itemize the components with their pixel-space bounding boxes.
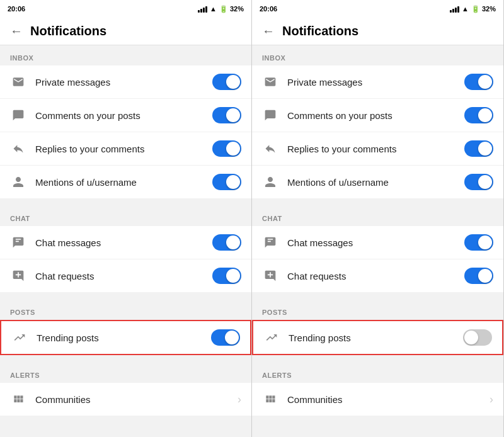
settings-item-comments-on-posts[interactable]: Comments on your posts: [252, 99, 503, 132]
settings-content: INBOXPrivate messagesComments on your po…: [252, 45, 503, 437]
toggle-mentions[interactable]: [464, 174, 493, 190]
item-label-mentions: Mentions of u/username: [287, 177, 464, 188]
page-title: Notifications: [282, 24, 358, 38]
toggle-trending-posts[interactable]: [463, 329, 492, 346]
trending-icon: [263, 329, 280, 346]
settings-group-chat: Chat messagesChat requests: [252, 226, 503, 292]
settings-group-posts: Trending posts: [0, 320, 251, 355]
status-time: 20:06: [8, 5, 25, 13]
trending-icon: [11, 329, 28, 346]
toggle-replies-to-comments[interactable]: [464, 140, 493, 157]
item-label-private-messages: Private messages: [287, 77, 464, 88]
settings-group-inbox: Private messagesComments on your postsRe…: [0, 65, 251, 198]
settings-item-trending-posts[interactable]: Trending posts: [252, 320, 503, 355]
person-icon: [262, 174, 278, 190]
wifi-icon: ▲: [210, 5, 217, 13]
toggle-chat-messages[interactable]: [212, 234, 241, 251]
item-label-comments-on-posts: Comments on your posts: [287, 110, 464, 121]
section-header-posts: POSTS: [252, 300, 503, 320]
settings-group-alerts: Communities›: [0, 383, 251, 416]
toggle-trending-posts[interactable]: [211, 329, 240, 346]
toggle-thumb: [478, 175, 492, 189]
back-button[interactable]: ←: [10, 24, 23, 38]
signal-bar-3: [455, 8, 457, 13]
signal-bars-icon: [450, 5, 459, 13]
status-bar: 20:06 ▲ 🔋 32%: [252, 0, 503, 18]
signal-bar-4: [205, 6, 207, 13]
settings-item-communities[interactable]: Communities›: [252, 383, 503, 416]
section-divider: [0, 416, 251, 423]
settings-group-inbox: Private messagesComments on your postsRe…: [252, 65, 503, 198]
settings-item-communities[interactable]: Communities›: [0, 383, 251, 416]
section-header-alerts: ALERTS: [0, 363, 251, 383]
item-label-chat-messages: Chat messages: [35, 237, 212, 248]
toggle-thumb: [478, 269, 492, 283]
section-divider: [0, 198, 251, 206]
toggle-private-messages[interactable]: [212, 74, 241, 90]
comment-icon: [262, 107, 278, 123]
item-label-chat-requests: Chat requests: [35, 271, 212, 281]
settings-item-replies-to-comments[interactable]: Replies to your comments: [252, 132, 503, 166]
status-right: ▲ 🔋 32%: [450, 5, 496, 13]
status-time: 20:06: [260, 5, 277, 13]
item-label-trending-posts: Trending posts: [37, 332, 211, 343]
battery-icon: 🔋 32%: [219, 5, 244, 13]
grid-icon: [10, 391, 26, 407]
settings-content: INBOXPrivate messagesComments on your po…: [0, 45, 251, 437]
item-label-chat-messages: Chat messages: [287, 237, 464, 248]
envelope-icon: [10, 74, 26, 90]
item-label-communities: Communities: [35, 394, 238, 405]
settings-item-mentions[interactable]: Mentions of u/username: [0, 166, 251, 198]
settings-item-replies-to-comments[interactable]: Replies to your comments: [0, 132, 251, 166]
toggle-chat-requests[interactable]: [464, 268, 493, 284]
page-title: Notifications: [30, 24, 106, 38]
back-button[interactable]: ←: [262, 24, 275, 38]
signal-bar-4: [457, 6, 459, 13]
phone-panel-panel-left: 20:06 ▲ 🔋 32% ← Notifications INBOXPriva…: [0, 0, 252, 437]
section-header-inbox: INBOX: [252, 45, 503, 65]
settings-item-chat-requests[interactable]: Chat requests: [252, 259, 503, 292]
section-header-chat: CHAT: [252, 206, 503, 226]
settings-item-trending-posts[interactable]: Trending posts: [0, 320, 251, 355]
item-label-replies-to-comments: Replies to your comments: [287, 144, 464, 154]
item-label-replies-to-comments: Replies to your comments: [35, 144, 212, 154]
toggle-mentions[interactable]: [212, 174, 241, 190]
toggle-thumb: [226, 142, 240, 156]
toggle-thumb: [226, 175, 240, 189]
toggle-thumb: [464, 331, 478, 344]
item-label-trending-posts: Trending posts: [289, 332, 463, 343]
toggle-replies-to-comments[interactable]: [212, 140, 241, 157]
signal-bar-3: [203, 8, 205, 13]
section-divider: [252, 198, 503, 206]
chat-bubble-icon: [262, 234, 278, 251]
toggle-thumb: [226, 108, 240, 122]
section-divider: [0, 355, 251, 363]
chat-plus-icon: [10, 268, 26, 284]
status-bar: 20:06 ▲ 🔋 32%: [0, 0, 251, 18]
toggle-thumb: [478, 236, 492, 249]
settings-item-chat-messages[interactable]: Chat messages: [0, 226, 251, 259]
chevron-right-icon: ›: [238, 393, 241, 406]
settings-item-private-messages[interactable]: Private messages: [252, 65, 503, 99]
status-right: ▲ 🔋 32%: [198, 5, 244, 13]
toggle-comments-on-posts[interactable]: [212, 107, 241, 123]
settings-item-comments-on-posts[interactable]: Comments on your posts: [0, 99, 251, 132]
signal-bar-2: [200, 9, 202, 13]
signal-bar-1: [198, 10, 200, 13]
toggle-chat-messages[interactable]: [464, 234, 493, 251]
toggle-thumb: [225, 331, 239, 344]
settings-item-private-messages[interactable]: Private messages: [0, 65, 251, 99]
signal-bars-icon: [198, 5, 207, 13]
toggle-comments-on-posts[interactable]: [464, 107, 493, 123]
grid-icon: [262, 391, 278, 407]
settings-item-chat-requests[interactable]: Chat requests: [0, 259, 251, 292]
toggle-private-messages[interactable]: [464, 74, 493, 90]
wifi-icon: ▲: [462, 5, 469, 13]
envelope-icon: [262, 74, 278, 90]
chat-plus-icon: [262, 268, 278, 284]
chevron-right-icon: ›: [490, 393, 493, 406]
toggle-chat-requests[interactable]: [212, 268, 241, 284]
section-divider: [252, 292, 503, 300]
settings-item-mentions[interactable]: Mentions of u/username: [252, 166, 503, 198]
settings-item-chat-messages[interactable]: Chat messages: [252, 226, 503, 259]
